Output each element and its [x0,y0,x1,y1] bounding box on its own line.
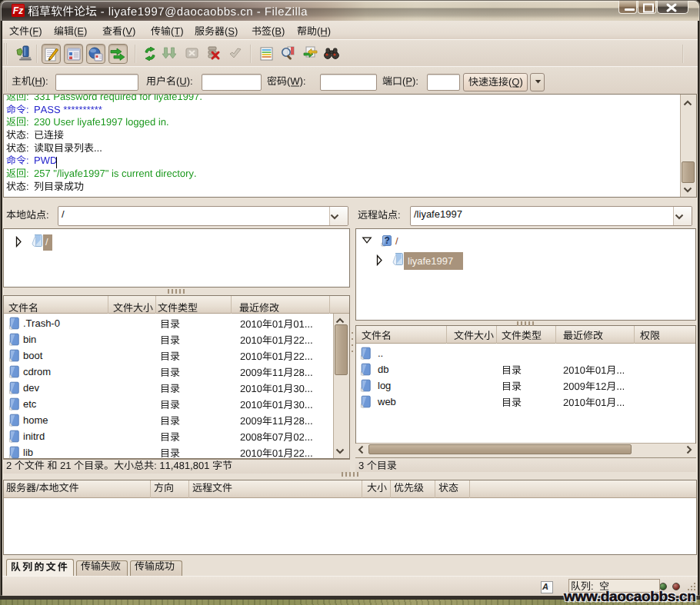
svg-text:?: ? [385,235,390,246]
svg-text:Fz: Fz [13,5,23,16]
